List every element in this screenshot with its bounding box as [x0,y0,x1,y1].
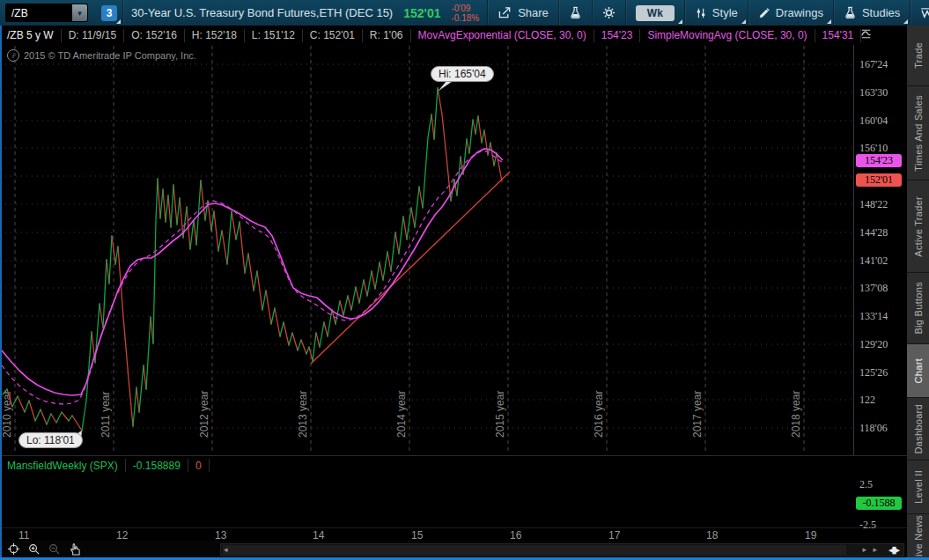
tab-level-ii[interactable]: Level II [907,461,929,514]
symbol-cell: /ZB ▾ [0,0,96,26]
price-axis-label: 137'08 [859,282,903,295]
instrument-title-cell: 30-Year U.S. Treasury Bond Futures,ETH (… [123,0,487,26]
flask-icon [844,6,857,19]
gadget-tab-strip: TradeTimes And SalesActive TraderBig But… [907,26,929,557]
info-icon: i [7,49,19,62]
ohlc-field: L: 151'12 [245,29,303,42]
studies-button[interactable]: Studies [834,0,910,26]
study-value-badge: -0.1588 [856,497,902,510]
chart-info-bar: /ZB 5 y WD: 11/9/15O: 152'16H: 152'18L: … [0,26,907,46]
tab-active-trader[interactable]: Active Trader [907,181,929,273]
link-group-badge[interactable]: 3 [101,5,117,21]
price-axis-label: 156'10 [859,142,903,155]
scroll-left-arrow-icon[interactable]: ◂ [224,545,228,555]
time-axis-label: 18 [706,529,718,542]
settings-gear-button[interactable] [593,0,625,26]
price-axis-label: 125'26 [859,366,903,379]
drawings-button[interactable]: Drawings [748,0,833,26]
study-axis-label: -2.5 [859,519,903,532]
time-axis-label: 15 [411,529,423,542]
linking-badge-cell[interactable]: 3 [96,0,122,26]
high-callout: Hi: 165'04 [431,66,494,82]
symbol-dropdown-arrow-icon[interactable]: ▾ [72,4,87,21]
horizontal-scrollbar[interactable]: ◂ ▸ ▸ ◂▮▸ [220,543,904,556]
lower-study-name[interactable]: MansfieldWeekly (SPX) [0,459,126,472]
toolbar-buttons: ShareWkStyleDrawingsStudiesPatterns [487,0,929,26]
bottom-toolbar: ◂ ▸ ▸ ◂▮▸ [0,541,907,557]
study-legend-name[interactable]: MovAvgExponential (CLOSE, 30, 0) [411,29,594,42]
time-axis-label: 14 [313,529,324,542]
price-axis-label: 163'30 [859,86,903,99]
price-axis-label: 148'22 [859,198,903,211]
tab-trade[interactable]: Trade [907,26,929,86]
tab-label: Dashboard [913,404,924,454]
low-callout: Lo: 118'01 [18,432,83,448]
pencil-icon [758,7,770,19]
tab-chart[interactable]: Chart [907,344,929,398]
time-axis[interactable]: 111213141516171819 [0,527,907,542]
flask-icon [569,6,582,19]
patterns-button[interactable]: Patterns [911,0,929,26]
scroll-right-arrow-icon[interactable]: ▸ [862,545,866,555]
tab-label: Live News [913,515,924,560]
last-price: 152'01 [403,6,440,20]
study-axis-label: 2.5 [859,478,903,491]
pan-hand-icon[interactable] [68,542,81,556]
window-edge-left [0,26,2,557]
lower-study-panel[interactable] [0,474,907,527]
time-axis-label: 17 [608,529,620,542]
price-axis-label: 167'24 [859,58,903,71]
lower-study-header: MansfieldWeekly (SPX) -0.158889 0 [0,455,907,475]
copyright-note: i 2015 © TD Ameritrade IP Company, Inc. [7,49,196,62]
price-axis-label: 141'02 [859,254,903,268]
tab-label: Chart [913,358,924,383]
tab-label: Times And Sales [913,95,924,172]
instrument-title: 30-Year U.S. Treasury Bond Futures,ETH (… [131,6,393,19]
crosshair-tool-icon[interactable] [7,542,20,556]
change-absolute: -0'09 [451,4,479,13]
symbol-value[interactable]: /ZB [6,4,72,21]
tab-times-and-sales[interactable]: Times And Sales [907,86,929,181]
style-button[interactable]: Style [685,0,748,26]
change-percent: -0.18% [451,13,479,23]
share-button[interactable]: Share [488,0,558,26]
thinkorswim-chart-window: /ZB ▾ 3 30-Year U.S. Treasury Bond Futur… [0,0,929,560]
price-axis-label: 118'06 [859,422,903,435]
copyright-text: 2015 © TD Ameritrade IP Company, Inc. [24,50,196,61]
tab-big-buttons[interactable]: Big Buttons [907,273,929,344]
price-axis-label: 160'04 [859,114,903,128]
ohlc-fields: /ZB 5 y WD: 11/9/15O: 152'16H: 152'18L: … [0,29,411,42]
tab-live-news[interactable]: Live News [907,514,929,560]
top-toolbar: /ZB ▾ 3 30-Year U.S. Treasury Bond Futur… [0,0,929,26]
time-axis-label: 13 [215,529,226,542]
price-axis-label: 144'28 [859,226,903,239]
price-axis-label: 133'14 [859,310,903,323]
symbol-input[interactable]: /ZB ▾ [5,4,88,22]
style-button-label: Style [712,6,738,19]
drawings-button-label: Drawings [776,6,823,19]
zoom-in-icon[interactable] [27,542,41,556]
study-legend-value: 154'31 [815,29,862,42]
time-axis-label: 16 [510,529,521,542]
main-chart-panel[interactable] [0,45,907,455]
price-badge: 152'01 [856,173,902,187]
tab-label: Level II [913,470,924,504]
ohlc-field: H: 152'18 [185,29,245,42]
tab-dashboard[interactable]: Dashboard [907,398,929,461]
scrollbar-thumb[interactable] [223,545,846,555]
zoom-out-icon[interactable] [48,542,61,556]
price-axis-label: 122 [859,394,903,407]
time-axis-label: 12 [116,529,128,542]
lower-study-param: 0 [188,459,210,472]
study-legend-name[interactable]: SimpleMovingAvg (CLOSE, 30, 0) [640,29,815,42]
price-badge: 154'23 [856,154,902,167]
scroll-right-arrow-icon[interactable]: ▸ [873,545,877,555]
dropdown-corner [903,19,908,24]
dropdown-corner [678,19,682,24]
analyze-flask-button[interactable] [559,0,592,26]
tab-label: Active Trader [913,196,924,257]
curve-icon[interactable] [859,27,873,43]
scroll-expand-handle-icon[interactable]: ◂▮▸ [888,544,898,556]
timeframe-button[interactable]: Wk [626,0,684,26]
share-icon [498,6,512,19]
